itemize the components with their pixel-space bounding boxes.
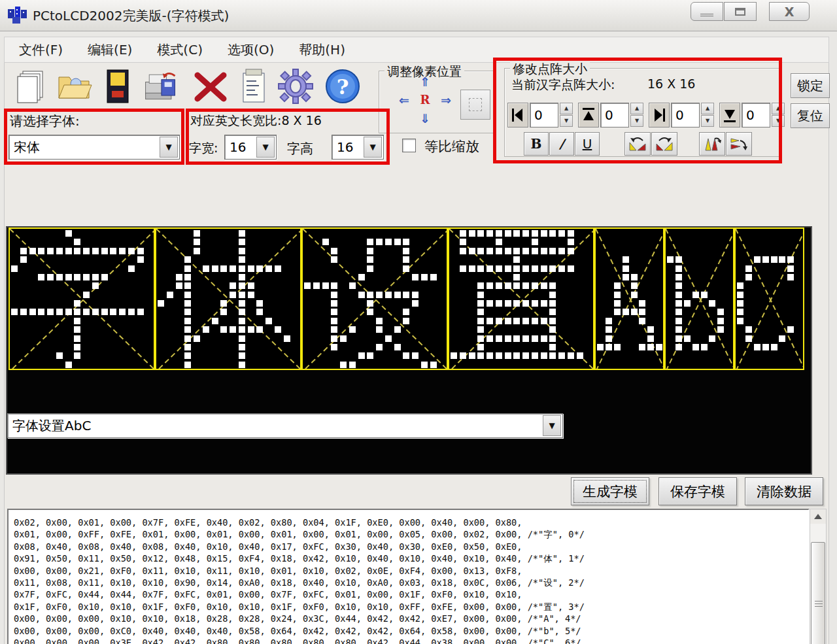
lcd-dot[interactable] bbox=[717, 326, 724, 333]
lcd-dot[interactable] bbox=[675, 265, 682, 272]
lcd-dot[interactable] bbox=[460, 265, 466, 272]
lcd-cell-字[interactable] bbox=[9, 228, 155, 370]
lcd-dot[interactable] bbox=[568, 230, 574, 237]
scrollbar-thumb[interactable] bbox=[811, 542, 825, 644]
lcd-dot[interactable] bbox=[56, 248, 63, 254]
menu-edit[interactable]: 编辑(E) bbox=[88, 41, 132, 59]
lcd-cell-C[interactable] bbox=[734, 228, 804, 370]
lcd-dot[interactable] bbox=[487, 265, 493, 272]
lcd-dot[interactable] bbox=[505, 300, 511, 307]
lcd-dot[interactable] bbox=[513, 230, 520, 237]
lcd-dot[interactable] bbox=[83, 309, 90, 315]
lcd-cell-设[interactable] bbox=[301, 228, 448, 370]
menu-help[interactable]: 帮助(H) bbox=[299, 41, 345, 59]
lcd-dot[interactable] bbox=[239, 248, 245, 254]
lcd-dot[interactable] bbox=[513, 248, 520, 254]
lcd-dot[interactable] bbox=[487, 230, 493, 237]
lcd-dot[interactable] bbox=[631, 309, 638, 315]
lcd-dot[interactable] bbox=[430, 274, 437, 280]
lcd-dot[interactable] bbox=[403, 256, 409, 263]
lcd-dot[interactable] bbox=[469, 248, 475, 254]
lcd-dot[interactable] bbox=[541, 282, 547, 289]
lcd-dot[interactable] bbox=[367, 265, 373, 272]
lcd-dot[interactable] bbox=[331, 326, 337, 333]
lcd-dot[interactable] bbox=[128, 265, 135, 272]
lcd-dot[interactable] bbox=[522, 335, 529, 342]
trim-right-button[interactable] bbox=[649, 103, 670, 127]
center-glyph-button[interactable] bbox=[460, 90, 490, 120]
lcd-dot[interactable] bbox=[684, 300, 691, 307]
lcd-dot[interactable] bbox=[469, 265, 475, 272]
lcd-dot[interactable] bbox=[340, 362, 347, 368]
lcd-dot[interactable] bbox=[20, 309, 27, 315]
lcd-dot[interactable] bbox=[394, 239, 401, 245]
lcd-dot[interactable] bbox=[692, 344, 699, 350]
lcd-dot[interactable] bbox=[787, 265, 794, 272]
lcd-dot[interactable] bbox=[331, 335, 337, 342]
lcd-dot[interactable] bbox=[340, 335, 347, 342]
lcd-dot[interactable] bbox=[358, 352, 365, 359]
char-height-combo[interactable]: 16 ▼ bbox=[332, 135, 384, 160]
lcd-dot[interactable] bbox=[29, 248, 36, 254]
lcd-dot[interactable] bbox=[541, 335, 547, 342]
lcd-dot[interactable] bbox=[487, 318, 493, 324]
lcd-dot[interactable] bbox=[74, 309, 80, 315]
lcd-dot[interactable] bbox=[38, 274, 44, 280]
lcd-dot[interactable] bbox=[239, 256, 245, 263]
lcd-dot[interactable] bbox=[385, 292, 392, 298]
lcd-dot[interactable] bbox=[558, 352, 565, 359]
lcd-dot[interactable] bbox=[137, 309, 144, 315]
lcd-dot[interactable] bbox=[83, 274, 90, 280]
lcd-dot[interactable] bbox=[675, 309, 682, 315]
lcd-dot[interactable] bbox=[779, 335, 785, 342]
lcd-dot[interactable] bbox=[65, 274, 72, 280]
lcd-dot[interactable] bbox=[74, 274, 80, 280]
lcd-dot[interactable] bbox=[239, 309, 245, 315]
lcd-dot[interactable] bbox=[376, 292, 383, 298]
proportional-scale-checkbox[interactable] bbox=[402, 139, 416, 152]
lcd-dot[interactable] bbox=[38, 248, 44, 254]
lcd-dot[interactable] bbox=[460, 239, 466, 245]
spin-down-icon[interactable]: ▼ bbox=[772, 115, 785, 127]
lcd-dot[interactable] bbox=[239, 335, 245, 342]
lcd-dot[interactable] bbox=[403, 292, 409, 298]
lcd-dot[interactable] bbox=[532, 230, 538, 237]
move-up-button[interactable]: ⇑ bbox=[416, 74, 434, 90]
lcd-dot[interactable] bbox=[304, 282, 311, 289]
lcd-dot[interactable] bbox=[367, 248, 373, 254]
lcd-dot[interactable] bbox=[394, 344, 401, 350]
lcd-dot[interactable] bbox=[745, 265, 752, 272]
trim-bottom-field[interactable] bbox=[742, 103, 770, 127]
lcd-dot[interactable] bbox=[505, 230, 511, 237]
lcd-dot[interactable] bbox=[639, 309, 645, 315]
lcd-dot[interactable] bbox=[56, 352, 63, 359]
lcd-dot[interactable] bbox=[128, 309, 135, 315]
lcd-dot[interactable] bbox=[385, 335, 392, 342]
help-button[interactable]: ? bbox=[324, 67, 362, 106]
lcd-dot[interactable] bbox=[349, 362, 356, 368]
lcd-dot[interactable] bbox=[460, 248, 466, 254]
lcd-dot[interactable] bbox=[496, 318, 502, 324]
lcd-dot[interactable] bbox=[203, 326, 209, 333]
lcd-dot[interactable] bbox=[568, 352, 574, 359]
lcd-dot[interactable] bbox=[631, 282, 638, 289]
lcd-dot[interactable] bbox=[477, 300, 484, 307]
lcd-dot[interactable] bbox=[358, 274, 365, 280]
lcd-dot[interactable] bbox=[477, 292, 484, 298]
lcd-dot[interactable] bbox=[248, 292, 254, 298]
spin-down-icon[interactable]: ▼ bbox=[630, 115, 643, 127]
lcd-dot[interactable] bbox=[65, 230, 72, 237]
lcd-dot[interactable] bbox=[709, 300, 715, 307]
reset-button[interactable]: 复位 bbox=[791, 103, 830, 128]
lcd-dot[interactable] bbox=[647, 335, 654, 342]
lcd-dot[interactable] bbox=[477, 282, 484, 289]
lcd-dot[interactable] bbox=[119, 248, 126, 254]
lcd-dot[interactable] bbox=[701, 344, 708, 350]
lcd-dot[interactable] bbox=[194, 335, 200, 342]
lcd-dot[interactable] bbox=[532, 248, 538, 254]
lcd-dot[interactable] bbox=[322, 282, 329, 289]
lcd-dot[interactable] bbox=[631, 292, 638, 298]
lcd-dot[interactable] bbox=[477, 230, 484, 237]
lcd-dot[interactable] bbox=[239, 352, 245, 359]
lcd-dot[interactable] bbox=[787, 256, 794, 263]
